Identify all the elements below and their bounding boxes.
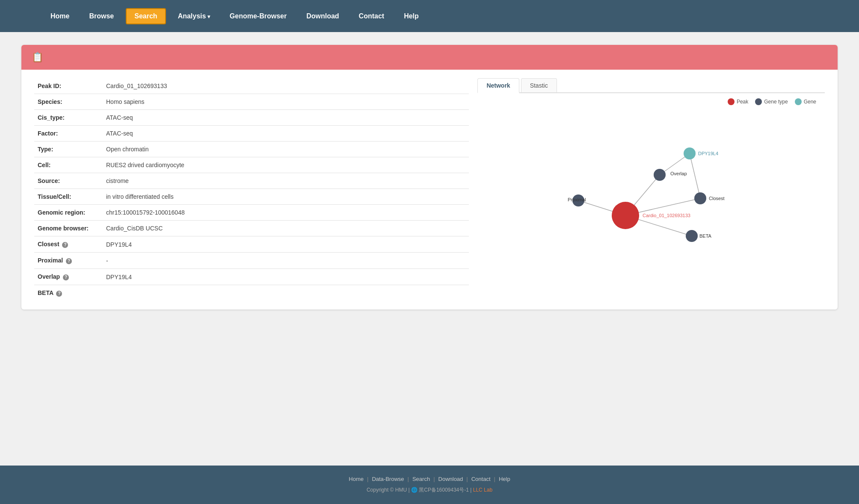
row-label: Type:: [34, 141, 103, 157]
row-label: Genome browser:: [34, 221, 103, 236]
nav-item-browse[interactable]: Browse: [81, 9, 121, 24]
network-edge: [690, 153, 700, 198]
nav-item-analysis[interactable]: Analysis: [170, 9, 218, 24]
footer-link-search[interactable]: Search: [412, 476, 430, 482]
legend-dot: [728, 98, 735, 105]
help-icon[interactable]: ?: [62, 242, 68, 248]
license-icon: 🌐: [411, 487, 419, 493]
network-node-label-proximal: Proximal: [568, 197, 586, 202]
row-label: BETA ?: [34, 285, 103, 301]
row-label: Genomic region:: [34, 205, 103, 221]
network-node-center[interactable]: [612, 202, 639, 229]
row-value: Open chromatin: [103, 141, 469, 157]
card-body: Peak ID:Cardio_01_102693133Species:Homo …: [21, 70, 838, 309]
license-text: 黑CP备16009434号-1 |: [419, 487, 471, 493]
table-row: Overlap ?DPY19L4: [34, 269, 469, 285]
network-svg-container: Cardio_01_102693133OverlapClosestProxima…: [477, 109, 825, 301]
legend-dot: [795, 98, 802, 105]
copyright-text: Copyright © HMU |: [367, 487, 410, 493]
footer-copyright: Copyright © HMU | 🌐 黑CP备16009434号-1 | LL…: [9, 486, 850, 494]
table-row: Closest ?DPY19L4: [34, 236, 469, 253]
row-value[interactable]: Cardio_CisDB UCSC: [103, 221, 469, 236]
footer-separator: |: [433, 476, 435, 482]
row-label: Overlap ?: [34, 269, 103, 285]
footer-link-data-browse[interactable]: Data-Browse: [372, 476, 404, 482]
table-row: Tissue/Cell:in vitro differentiated cell…: [34, 189, 469, 205]
legend-item: Gene: [795, 98, 816, 105]
row-value: ATAC-seq: [103, 110, 469, 126]
footer-separator: |: [367, 476, 368, 482]
network-node-label-closest: Closest: [709, 196, 725, 201]
header: HomeBrowseSearchAnalysisGenome-BrowserDo…: [0, 0, 859, 32]
row-value: [103, 285, 469, 301]
row-value: ATAC-seq: [103, 126, 469, 141]
table-row: Type:Open chromatin: [34, 141, 469, 157]
main-nav: HomeBrowseSearchAnalysisGenome-BrowserDo…: [43, 8, 427, 24]
nav-item-download[interactable]: Download: [299, 9, 347, 24]
row-value: DPY19L4: [103, 236, 469, 253]
legend-item: Gene type: [755, 98, 788, 105]
row-label: Proximal ?: [34, 253, 103, 269]
table-row: Cell:RUES2 drived cardiomyocyte: [34, 157, 469, 173]
table-row: Genomic region:chr15:100015792-100016048: [34, 205, 469, 221]
lab-link[interactable]: LLC Lab: [473, 487, 492, 493]
row-label: Tissue/Cell:: [34, 189, 103, 205]
row-value: RUES2 drived cardiomyocyte: [103, 157, 469, 173]
nav-item-contact[interactable]: Contact: [351, 9, 392, 24]
table-row: Cis_type:ATAC-seq: [34, 110, 469, 126]
network-tabs: NetworkStastic: [477, 78, 825, 93]
footer-link-help[interactable]: Help: [499, 476, 510, 482]
network-node-label-dpy: DPY19L4: [698, 151, 718, 156]
footer-separator: |: [494, 476, 495, 482]
footer-link-contact[interactable]: Contact: [471, 476, 491, 482]
network-panel: NetworkStastic PeakGene typeGene Cardio_…: [477, 78, 825, 301]
legend-label: Gene type: [764, 99, 788, 105]
card-header-icon: 📋: [32, 52, 43, 63]
legend-dot: [755, 98, 762, 105]
network-node-beta[interactable]: [686, 230, 698, 242]
network-node-label-center: Cardio_01_102693133: [643, 213, 690, 218]
help-icon[interactable]: ?: [66, 258, 72, 264]
row-value: chr15:100015792-100016048: [103, 205, 469, 221]
row-label: Cell:: [34, 157, 103, 173]
table-row: Factor:ATAC-seq: [34, 126, 469, 141]
peak-overview-card: 📋 Peak ID:Cardio_01_102693133Species:Hom…: [21, 45, 838, 309]
network-node-label-beta: BETA: [699, 233, 712, 239]
footer-link-download[interactable]: Download: [438, 476, 463, 482]
footer-separator: |: [408, 476, 409, 482]
nav-item-help[interactable]: Help: [396, 9, 427, 24]
network-node-dpy[interactable]: [684, 147, 696, 159]
row-value: -: [103, 253, 469, 269]
nav-item-home[interactable]: Home: [43, 9, 77, 24]
help-icon[interactable]: ?: [56, 291, 62, 297]
row-label: Peak ID:: [34, 78, 103, 94]
network-tab-network[interactable]: Network: [477, 78, 519, 93]
table-row: Genome browser:Cardio_CisDB UCSC: [34, 221, 469, 236]
nav-item-search[interactable]: Search: [126, 8, 166, 24]
network-legend: PeakGene typeGene: [477, 98, 825, 105]
row-label: Source:: [34, 173, 103, 189]
nav-item-genome-browser[interactable]: Genome-Browser: [222, 9, 294, 24]
table-row: Source:cistrome: [34, 173, 469, 189]
info-table: Peak ID:Cardio_01_102693133Species:Homo …: [34, 78, 469, 301]
help-icon[interactable]: ?: [63, 274, 69, 280]
table-row: Proximal ?-: [34, 253, 469, 269]
legend-item: Peak: [728, 98, 748, 105]
row-value: cistrome: [103, 173, 469, 189]
footer-link-home[interactable]: Home: [349, 476, 364, 482]
network-tab-stastic[interactable]: Stastic: [521, 78, 557, 92]
legend-label: Peak: [737, 99, 748, 105]
row-value: DPY19L4: [103, 269, 469, 285]
row-value: Cardio_01_102693133: [103, 78, 469, 94]
main-content: 📋 Peak ID:Cardio_01_102693133Species:Hom…: [0, 32, 859, 466]
row-label: Factor:: [34, 126, 103, 141]
network-node-overlap[interactable]: [654, 169, 666, 181]
network-node-closest[interactable]: [694, 192, 706, 204]
row-label: Cis_type:: [34, 110, 103, 126]
card-header: 📋: [21, 45, 838, 70]
row-value: in vitro differentiated cells: [103, 189, 469, 205]
legend-label: Gene: [804, 99, 816, 105]
network-node-label-overlap: Overlap: [670, 171, 687, 176]
row-value: Homo sapiens: [103, 94, 469, 110]
footer-links: Home|Data-Browse|Search|Download|Contact…: [9, 476, 850, 482]
